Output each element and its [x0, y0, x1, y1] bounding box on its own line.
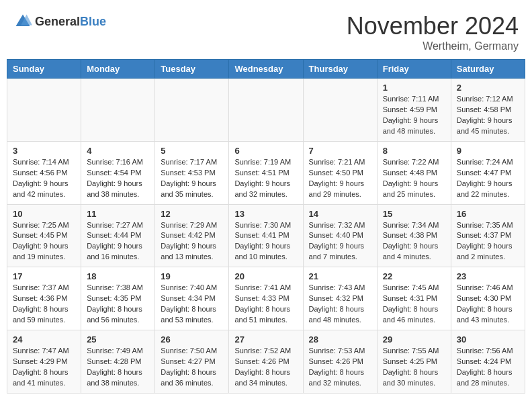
day-number: 3 — [13, 146, 75, 156]
calendar-cell: 11Sunrise: 7:27 AM Sunset: 4:44 PM Dayli… — [81, 204, 155, 267]
day-number: 9 — [457, 146, 519, 156]
calendar-cell: 5Sunrise: 7:17 AM Sunset: 4:53 PM Daylig… — [155, 141, 229, 204]
day-info: Sunrise: 7:11 AM Sunset: 4:59 PM Dayligh… — [383, 94, 445, 137]
day-number: 6 — [234, 146, 297, 156]
day-info: Sunrise: 7:27 AM Sunset: 4:44 PM Dayligh… — [87, 220, 149, 263]
logo-general-text: General — [35, 15, 80, 29]
calendar-cell: 14Sunrise: 7:32 AM Sunset: 4:40 PM Dayli… — [303, 204, 377, 267]
calendar-cell: 16Sunrise: 7:35 AM Sunset: 4:37 PM Dayli… — [451, 204, 525, 267]
day-info: Sunrise: 7:32 AM Sunset: 4:40 PM Dayligh… — [309, 220, 371, 263]
day-number: 27 — [234, 334, 297, 345]
day-number: 19 — [161, 271, 223, 281]
logo: General Blue — [13, 12, 106, 31]
calendar-cell: 7Sunrise: 7:21 AM Sunset: 4:50 PM Daylig… — [303, 141, 377, 204]
day-number: 10 — [13, 209, 75, 219]
day-info: Sunrise: 7:47 AM Sunset: 4:29 PM Dayligh… — [13, 346, 75, 389]
calendar-cell: 9Sunrise: 7:24 AM Sunset: 4:47 PM Daylig… — [451, 141, 525, 204]
day-info: Sunrise: 7:38 AM Sunset: 4:35 PM Dayligh… — [87, 283, 149, 326]
day-number: 18 — [87, 271, 149, 281]
calendar-cell: 13Sunrise: 7:30 AM Sunset: 4:41 PM Dayli… — [229, 204, 303, 267]
day-number: 14 — [309, 209, 371, 219]
calendar-cell — [7, 79, 81, 142]
calendar-cell: 23Sunrise: 7:46 AM Sunset: 4:30 PM Dayli… — [451, 267, 525, 330]
day-number: 4 — [87, 146, 149, 156]
day-number: 22 — [383, 271, 445, 281]
day-info: Sunrise: 7:14 AM Sunset: 4:56 PM Dayligh… — [13, 157, 75, 200]
week-row-3: 10Sunrise: 7:25 AM Sunset: 4:45 PM Dayli… — [7, 204, 525, 267]
week-row-1: 1Sunrise: 7:11 AM Sunset: 4:59 PM Daylig… — [7, 79, 525, 142]
title-block: November 2024 Wertheim, Germany — [347, 12, 519, 52]
day-number: 13 — [234, 209, 297, 219]
day-info: Sunrise: 7:40 AM Sunset: 4:34 PM Dayligh… — [161, 283, 223, 326]
calendar-cell: 3Sunrise: 7:14 AM Sunset: 4:56 PM Daylig… — [7, 141, 81, 204]
day-info: Sunrise: 7:49 AM Sunset: 4:28 PM Dayligh… — [87, 346, 149, 389]
page-header: General Blue November 2024 Wertheim, Ger… — [0, 0, 532, 59]
day-info: Sunrise: 7:17 AM Sunset: 4:53 PM Dayligh… — [161, 157, 223, 200]
day-info: Sunrise: 7:25 AM Sunset: 4:45 PM Dayligh… — [13, 220, 75, 263]
day-info: Sunrise: 7:45 AM Sunset: 4:31 PM Dayligh… — [383, 283, 445, 326]
day-number: 16 — [457, 209, 519, 219]
day-info: Sunrise: 7:55 AM Sunset: 4:25 PM Dayligh… — [383, 346, 445, 389]
header-friday: Friday — [377, 60, 451, 79]
day-number: 20 — [234, 271, 297, 281]
day-number: 28 — [309, 334, 371, 345]
day-info: Sunrise: 7:53 AM Sunset: 4:26 PM Dayligh… — [309, 346, 371, 389]
day-info: Sunrise: 7:12 AM Sunset: 4:58 PM Dayligh… — [457, 94, 519, 137]
calendar-cell: 26Sunrise: 7:50 AM Sunset: 4:27 PM Dayli… — [155, 330, 229, 394]
calendar-wrapper: Sunday Monday Tuesday Wednesday Thursday… — [0, 59, 532, 407]
calendar-cell: 27Sunrise: 7:52 AM Sunset: 4:26 PM Dayli… — [229, 330, 303, 394]
day-info: Sunrise: 7:22 AM Sunset: 4:48 PM Dayligh… — [383, 157, 445, 200]
day-number: 2 — [457, 83, 519, 93]
day-info: Sunrise: 7:46 AM Sunset: 4:30 PM Dayligh… — [457, 283, 519, 326]
day-info: Sunrise: 7:29 AM Sunset: 4:42 PM Dayligh… — [161, 220, 223, 263]
calendar-cell: 25Sunrise: 7:49 AM Sunset: 4:28 PM Dayli… — [81, 330, 155, 394]
day-number: 21 — [309, 271, 371, 281]
calendar-cell — [155, 79, 229, 142]
day-info: Sunrise: 7:16 AM Sunset: 4:54 PM Dayligh… — [87, 157, 149, 200]
logo-icon — [13, 12, 32, 31]
calendar-cell: 28Sunrise: 7:53 AM Sunset: 4:26 PM Dayli… — [303, 330, 377, 394]
day-info: Sunrise: 7:37 AM Sunset: 4:36 PM Dayligh… — [13, 283, 75, 326]
weekday-row: Sunday Monday Tuesday Wednesday Thursday… — [7, 60, 525, 79]
calendar-body: 1Sunrise: 7:11 AM Sunset: 4:59 PM Daylig… — [7, 79, 525, 394]
week-row-4: 17Sunrise: 7:37 AM Sunset: 4:36 PM Dayli… — [7, 267, 525, 330]
day-number: 24 — [13, 334, 75, 345]
day-info: Sunrise: 7:21 AM Sunset: 4:50 PM Dayligh… — [309, 157, 371, 200]
day-info: Sunrise: 7:24 AM Sunset: 4:47 PM Dayligh… — [457, 157, 519, 200]
day-number: 8 — [383, 146, 445, 156]
calendar-table: Sunday Monday Tuesday Wednesday Thursday… — [7, 59, 525, 394]
day-number: 26 — [161, 334, 223, 345]
header-wednesday: Wednesday — [229, 60, 303, 79]
day-info: Sunrise: 7:34 AM Sunset: 4:38 PM Dayligh… — [383, 220, 445, 263]
calendar-cell — [303, 79, 377, 142]
calendar-cell: 4Sunrise: 7:16 AM Sunset: 4:54 PM Daylig… — [81, 141, 155, 204]
calendar-cell: 8Sunrise: 7:22 AM Sunset: 4:48 PM Daylig… — [377, 141, 451, 204]
day-number: 1 — [383, 83, 445, 93]
day-info: Sunrise: 7:43 AM Sunset: 4:32 PM Dayligh… — [309, 283, 371, 326]
day-number: 25 — [87, 334, 149, 345]
calendar-cell: 12Sunrise: 7:29 AM Sunset: 4:42 PM Dayli… — [155, 204, 229, 267]
week-row-2: 3Sunrise: 7:14 AM Sunset: 4:56 PM Daylig… — [7, 141, 525, 204]
day-info: Sunrise: 7:41 AM Sunset: 4:33 PM Dayligh… — [234, 283, 297, 326]
day-number: 30 — [457, 334, 519, 345]
day-number: 5 — [161, 146, 223, 156]
calendar-cell: 18Sunrise: 7:38 AM Sunset: 4:35 PM Dayli… — [81, 267, 155, 330]
calendar-cell: 20Sunrise: 7:41 AM Sunset: 4:33 PM Dayli… — [229, 267, 303, 330]
day-number: 29 — [383, 334, 445, 345]
calendar-cell: 22Sunrise: 7:45 AM Sunset: 4:31 PM Dayli… — [377, 267, 451, 330]
calendar-cell: 29Sunrise: 7:55 AM Sunset: 4:25 PM Dayli… — [377, 330, 451, 394]
day-info: Sunrise: 7:19 AM Sunset: 4:51 PM Dayligh… — [234, 157, 297, 200]
header-tuesday: Tuesday — [155, 60, 229, 79]
calendar-cell: 2Sunrise: 7:12 AM Sunset: 4:58 PM Daylig… — [451, 79, 525, 142]
header-monday: Monday — [81, 60, 155, 79]
day-info: Sunrise: 7:52 AM Sunset: 4:26 PM Dayligh… — [234, 346, 297, 389]
calendar-cell: 30Sunrise: 7:56 AM Sunset: 4:24 PM Dayli… — [451, 330, 525, 394]
day-number: 17 — [13, 271, 75, 281]
day-info: Sunrise: 7:35 AM Sunset: 4:37 PM Dayligh… — [457, 220, 519, 263]
calendar-cell — [229, 79, 303, 142]
calendar-cell: 15Sunrise: 7:34 AM Sunset: 4:38 PM Dayli… — [377, 204, 451, 267]
day-info: Sunrise: 7:30 AM Sunset: 4:41 PM Dayligh… — [234, 220, 297, 263]
calendar-cell: 1Sunrise: 7:11 AM Sunset: 4:59 PM Daylig… — [377, 79, 451, 142]
week-row-5: 24Sunrise: 7:47 AM Sunset: 4:29 PM Dayli… — [7, 330, 525, 394]
header-saturday: Saturday — [451, 60, 525, 79]
